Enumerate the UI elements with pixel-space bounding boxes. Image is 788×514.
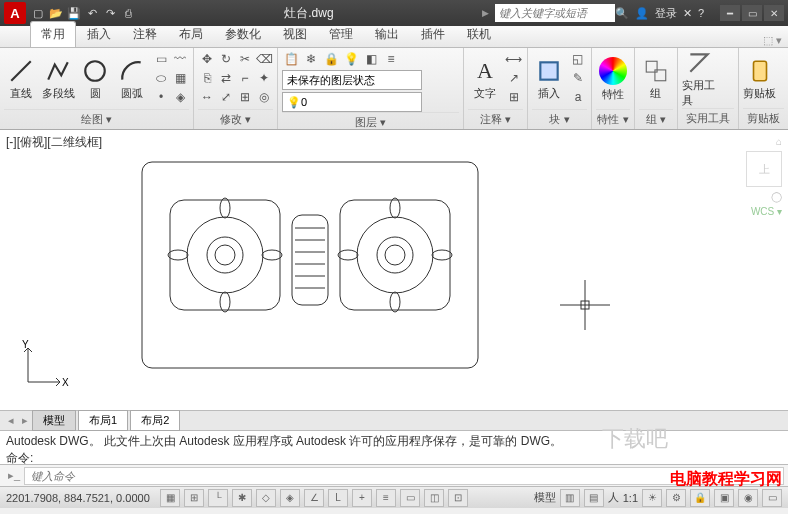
move-icon[interactable]: ✥ [198,50,216,68]
tab-layout2[interactable]: 布局2 [130,410,180,431]
utilities-button[interactable]: 实用工具 [682,50,716,108]
polyline-button[interactable]: 多段线 [41,50,75,108]
offset-icon[interactable]: ◎ [255,88,273,106]
tpy-icon[interactable]: ▭ [400,489,420,507]
point-icon[interactable]: • [152,88,170,106]
quickview-drawings-icon[interactable]: ▤ [584,489,604,507]
group-button[interactable]: 组 [639,50,673,108]
login-label[interactable]: 登录 [655,6,677,21]
drawing-canvas[interactable]: [-][俯视][二维线框] ⌂ 上 ◯ WCS ▾ [0,130,788,410]
tab-output[interactable]: 输出 [364,21,410,47]
tab-layout1[interactable]: 布局1 [78,410,128,431]
panel-properties-title[interactable]: 特性 ▾ [596,109,630,129]
layer-off-icon[interactable]: 💡 [342,50,360,68]
exchange-icon[interactable]: ✕ [683,7,692,20]
properties-button[interactable]: 特性 [596,50,630,108]
login-icon[interactable]: 👤 [635,7,649,20]
region-icon[interactable]: ◈ [171,88,189,106]
wcs-label[interactable]: WCS ▾ [751,206,782,217]
ribbon-minimize-icon[interactable]: ▾ [776,34,782,47]
rotate-icon[interactable]: ↻ [217,50,235,68]
command-input[interactable] [24,467,784,485]
layer-state-combo[interactable]: 未保存的图层状态 [282,70,422,90]
layer-prop-icon[interactable]: 📋 [282,50,300,68]
layer-freeze-icon[interactable]: ❄ [302,50,320,68]
osnap-icon[interactable]: ◇ [256,489,276,507]
polar-icon[interactable]: ✱ [232,489,252,507]
snap-mode-icon[interactable]: ▦ [160,489,180,507]
spline-icon[interactable]: 〰 [171,50,189,68]
dimension-icon[interactable]: ⟷ [505,50,523,68]
sc-icon[interactable]: ⊡ [448,489,468,507]
anno-vis-icon[interactable]: ☀ [642,489,662,507]
minimize-button[interactable]: ━ [720,5,740,21]
qat-save-icon[interactable]: 💾 [66,5,82,21]
lock-ui-icon[interactable]: 🔒 [690,489,710,507]
otrack-icon[interactable]: ∠ [304,489,324,507]
qat-redo-icon[interactable]: ↷ [102,5,118,21]
dyn-icon[interactable]: + [352,489,372,507]
qat-open-icon[interactable]: 📂 [48,5,64,21]
panel-layers-title[interactable]: 图层 ▾ [282,112,459,132]
layer-iso-icon[interactable]: ◧ [362,50,380,68]
hatch-icon[interactable]: ▦ [171,69,189,87]
tab-view[interactable]: 视图 [272,21,318,47]
view-cube[interactable]: 上 [746,151,782,187]
scale-icon[interactable]: ⤢ [217,88,235,106]
maximize-button[interactable]: ▭ [742,5,762,21]
mirror-icon[interactable]: ⇄ [217,69,235,87]
help-search-input[interactable] [495,4,615,22]
qat-undo-icon[interactable]: ↶ [84,5,100,21]
compass-icon[interactable]: ◯ [771,191,782,202]
copy-icon[interactable]: ⎘ [198,69,216,87]
tab-layout[interactable]: 布局 [168,21,214,47]
3dosnap-icon[interactable]: ◈ [280,489,300,507]
viewport-label[interactable]: [-][俯视][二维线框] [6,134,102,151]
panel-block-title[interactable]: 块 ▾ [532,109,587,129]
erase-icon[interactable]: ⌫ [255,50,273,68]
ortho-icon[interactable]: └ [208,489,228,507]
lwt-icon[interactable]: ≡ [376,489,396,507]
ribbon-extra-icon[interactable]: ⬚ [763,34,773,47]
text-button[interactable]: A 文字 [468,50,502,108]
tab-insert[interactable]: 插入 [76,21,122,47]
panel-groups-title[interactable]: 组 ▾ [639,109,673,129]
qp-icon[interactable]: ◫ [424,489,444,507]
hardware-accel-icon[interactable]: ▣ [714,489,734,507]
rectangle-icon[interactable]: ▭ [152,50,170,68]
arc-button[interactable]: 圆弧 [115,50,149,108]
tab-online[interactable]: 联机 [456,21,502,47]
quickview-layouts-icon[interactable]: ▥ [560,489,580,507]
app-logo[interactable]: A [4,2,26,24]
ducs-icon[interactable]: L [328,489,348,507]
block-edit-icon[interactable]: ✎ [569,69,587,87]
insert-block-button[interactable]: 插入 [532,50,566,108]
tab-arrow-right-icon[interactable]: ▸ [18,414,32,427]
nav-home-icon[interactable]: ⌂ [776,136,782,147]
ellipse-icon[interactable]: ⬭ [152,69,170,87]
explode-icon[interactable]: ✦ [255,69,273,87]
tab-plugins[interactable]: 插件 [410,21,456,47]
tab-annotate[interactable]: 注释 [122,21,168,47]
panel-modify-title[interactable]: 修改 ▾ [198,109,273,129]
help-icon[interactable]: ? [698,7,704,19]
workspace-icon[interactable]: ⚙ [666,489,686,507]
tab-model[interactable]: 模型 [32,410,76,431]
search-icon[interactable]: 🔍 [615,7,629,20]
stretch-icon[interactable]: ↔ [198,88,216,106]
trim-icon[interactable]: ✂ [236,50,254,68]
table-icon[interactable]: ⊞ [505,88,523,106]
layer-current-combo[interactable]: 💡 0 [282,92,422,112]
block-attr-icon[interactable]: a [569,88,587,106]
tab-arrow-left-icon[interactable]: ◂ [4,414,18,427]
tab-parametric[interactable]: 参数化 [214,21,272,47]
layer-lock-icon[interactable]: 🔒 [322,50,340,68]
coordinates-display[interactable]: 2201.7908, 884.7521, 0.0000 [6,492,156,504]
clean-screen-icon[interactable]: ▭ [762,489,782,507]
layer-match-icon[interactable]: ≡ [382,50,400,68]
circle-button[interactable]: 圆 [78,50,112,108]
line-button[interactable]: 直线 [4,50,38,108]
modelspace-toggle[interactable]: 模型 [534,490,556,505]
block-create-icon[interactable]: ◱ [569,50,587,68]
fillet-icon[interactable]: ⌐ [236,69,254,87]
